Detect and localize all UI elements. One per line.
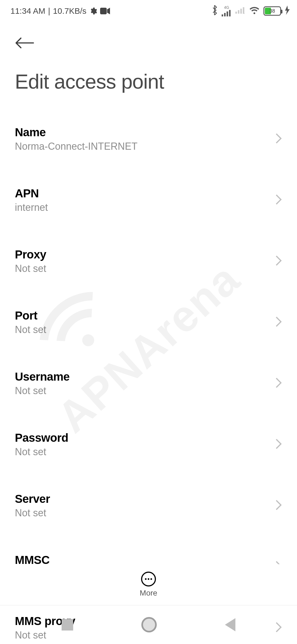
svg-rect-2 bbox=[224, 13, 226, 17]
svg-rect-4 bbox=[229, 10, 230, 16]
row-value: Norma-Connect-INTERNET bbox=[15, 141, 138, 152]
row-value: Not set bbox=[15, 324, 46, 335]
row-server[interactable]: Server Not set bbox=[15, 482, 282, 529]
row-label: Proxy bbox=[15, 248, 46, 261]
chevron-right-icon bbox=[275, 499, 282, 512]
battery-percent: 38 bbox=[264, 8, 280, 14]
status-net-speed: 10.7KB/s bbox=[53, 6, 87, 16]
bluetooth-icon bbox=[211, 5, 218, 17]
row-value: Not set bbox=[15, 507, 50, 519]
svg-rect-3 bbox=[227, 12, 228, 17]
svg-rect-5 bbox=[235, 12, 237, 13]
chevron-right-icon bbox=[275, 316, 282, 329]
row-apn[interactable]: APN internet bbox=[15, 177, 282, 223]
status-bar: 11:34 AM | 10.7KB/s 4G x 38 bbox=[0, 0, 297, 22]
charging-icon bbox=[285, 6, 290, 17]
status-time: 11:34 AM bbox=[10, 6, 45, 16]
signal-secondary-icon: x bbox=[235, 6, 245, 16]
row-proxy[interactable]: Proxy Not set bbox=[15, 238, 282, 284]
svg-rect-7 bbox=[240, 9, 242, 14]
wifi-icon bbox=[249, 6, 260, 16]
svg-rect-6 bbox=[238, 10, 239, 14]
more-button[interactable]: More bbox=[0, 564, 297, 605]
row-value: Not set bbox=[15, 385, 70, 397]
svg-rect-0 bbox=[100, 8, 107, 14]
chevron-right-icon bbox=[275, 133, 282, 145]
video-icon bbox=[100, 7, 110, 15]
svg-text:x: x bbox=[243, 12, 245, 14]
row-port[interactable]: Port Not set bbox=[15, 299, 282, 345]
nav-recents-button[interactable] bbox=[62, 619, 73, 631]
row-username[interactable]: Username Not set bbox=[15, 360, 282, 406]
svg-rect-1 bbox=[222, 14, 223, 16]
row-value: Not set bbox=[15, 446, 68, 458]
row-value: internet bbox=[15, 202, 48, 213]
chevron-right-icon bbox=[275, 194, 282, 206]
row-name[interactable]: Name Norma-Connect-INTERNET bbox=[15, 116, 282, 162]
android-nav-bar bbox=[0, 605, 297, 644]
row-label: Server bbox=[15, 492, 50, 506]
back-button[interactable] bbox=[15, 33, 35, 53]
chevron-right-icon bbox=[275, 255, 282, 268]
row-label: APN bbox=[15, 187, 48, 200]
page-title: Edit access point bbox=[15, 70, 282, 93]
more-label: More bbox=[140, 589, 157, 597]
row-label: Password bbox=[15, 431, 68, 444]
row-label: Port bbox=[15, 309, 46, 322]
nav-back-button[interactable] bbox=[225, 618, 235, 631]
row-label: Username bbox=[15, 370, 70, 383]
chevron-right-icon bbox=[275, 377, 282, 390]
chevron-right-icon bbox=[275, 438, 282, 451]
gear-icon bbox=[89, 7, 97, 15]
status-divider: | bbox=[48, 6, 50, 16]
more-icon bbox=[141, 572, 156, 586]
row-label: Name bbox=[15, 126, 138, 139]
row-password[interactable]: Password Not set bbox=[15, 421, 282, 468]
signal-4g-icon: 4G bbox=[222, 6, 232, 17]
arrow-left-icon bbox=[15, 37, 35, 49]
nav-home-button[interactable] bbox=[141, 617, 157, 632]
row-value: Not set bbox=[15, 263, 46, 274]
battery-icon: 38 bbox=[263, 6, 281, 16]
